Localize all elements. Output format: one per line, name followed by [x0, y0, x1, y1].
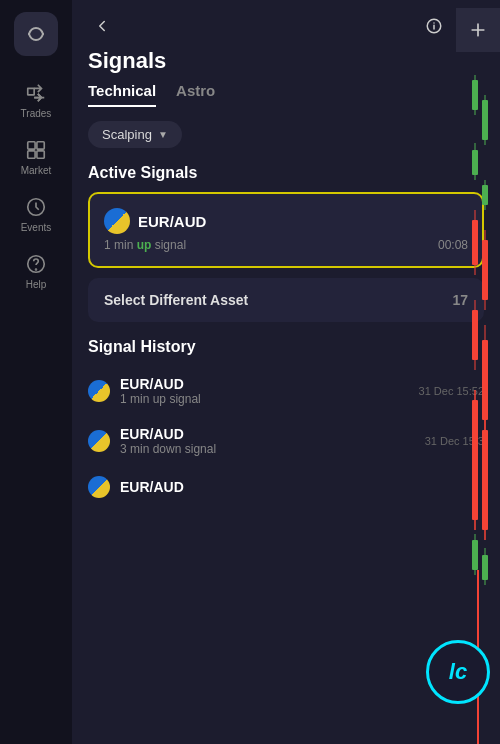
sidebar-logo[interactable] [14, 12, 58, 56]
market-icon [25, 139, 47, 161]
history-pair-2: EUR/AUD [120, 426, 415, 442]
sidebar: Trades Market Events [0, 0, 72, 744]
sidebar-market-label: Market [21, 165, 52, 176]
help-icon [25, 253, 47, 275]
asset-select-card[interactable]: Select Different Asset 17 [88, 278, 484, 322]
events-icon [25, 196, 47, 218]
active-timer: 00:08 [438, 238, 468, 252]
sidebar-events-label: Events [21, 222, 52, 233]
sidebar-help-label: Help [26, 279, 47, 290]
sidebar-trades-label: Trades [21, 108, 52, 119]
page-title: Signals [72, 48, 500, 82]
trades-icon [25, 82, 47, 104]
h1-timeframe: 1 min [120, 392, 149, 406]
asset-select-label: Select Different Asset [104, 292, 248, 308]
svg-rect-1 [37, 142, 44, 149]
h2-suffix: signal [185, 442, 216, 456]
tab-technical[interactable]: Technical [88, 82, 156, 107]
history-desc-1: 1 min up signal [120, 392, 409, 406]
h2-direction: down [153, 442, 182, 456]
logo-text: lc [449, 659, 467, 685]
history-item-1[interactable]: EUR/AUD 1 min up signal 31 Dec 15:52 [72, 366, 500, 416]
h1-direction: up [153, 392, 166, 406]
history-item-info-3: EUR/AUD [120, 479, 484, 495]
active-timeframe: 1 min [104, 238, 133, 252]
active-direction: up [137, 238, 152, 252]
active-signal-desc: 1 min up signal [104, 238, 186, 252]
h1-suffix: signal [169, 392, 200, 406]
scalping-label: Scalping [102, 127, 152, 142]
info-button[interactable] [420, 12, 448, 40]
main-panel: Signals Technical Astro Scalping ▼ Activ… [72, 0, 500, 744]
info-icon [425, 17, 443, 35]
svg-rect-3 [37, 151, 44, 158]
logo-icon [24, 22, 48, 46]
eur-aud-flag-h1 [88, 380, 110, 402]
history-item-2[interactable]: EUR/AUD 3 min down signal 31 Dec 15:3 [72, 416, 500, 466]
signal-history-title: Signal History [72, 338, 500, 356]
svg-rect-30 [482, 555, 488, 580]
svg-rect-28 [472, 540, 478, 570]
history-desc-2: 3 min down signal [120, 442, 415, 456]
history-time-2: 31 Dec 15:3 [425, 435, 484, 447]
history-item-info-1: EUR/AUD 1 min up signal [120, 376, 409, 406]
eur-aud-flag-active [104, 208, 130, 234]
logo-watermark: lc [426, 640, 490, 704]
history-pair-3: EUR/AUD [120, 479, 484, 495]
history-item-3[interactable]: EUR/AUD [72, 466, 500, 508]
svg-point-6 [36, 269, 37, 270]
back-button[interactable] [88, 12, 116, 40]
history-pair-1: EUR/AUD [120, 376, 409, 392]
active-signals-title: Active Signals [72, 164, 500, 182]
sidebar-item-help[interactable]: Help [0, 243, 72, 300]
history-item-info-2: EUR/AUD 3 min down signal [120, 426, 415, 456]
signal-pair-row: EUR/AUD [104, 208, 468, 234]
svg-rect-0 [28, 142, 35, 149]
history-time-1: 31 Dec 15:52 [419, 385, 484, 397]
add-button[interactable] [456, 8, 500, 52]
filter-row: Scalping ▼ [72, 121, 500, 148]
back-icon [93, 17, 111, 35]
active-signal-pair: EUR/AUD [138, 213, 206, 230]
tab-astro[interactable]: Astro [176, 82, 215, 107]
chevron-down-icon: ▼ [158, 129, 168, 140]
signal-desc-row: 1 min up signal 00:08 [104, 238, 468, 252]
active-signal-card[interactable]: EUR/AUD 1 min up signal 00:08 [88, 192, 484, 268]
scalping-dropdown[interactable]: Scalping ▼ [88, 121, 182, 148]
sidebar-item-trades[interactable]: Trades [0, 72, 72, 129]
tabs-row: Technical Astro [72, 82, 500, 107]
plus-icon [468, 20, 488, 40]
asset-count: 17 [452, 292, 468, 308]
eur-aud-flag-h2 [88, 430, 110, 452]
sidebar-item-market[interactable]: Market [0, 129, 72, 186]
svg-rect-2 [28, 151, 35, 158]
active-suffix: signal [155, 238, 186, 252]
h2-timeframe: 3 min [120, 442, 149, 456]
eur-aud-flag-h3 [88, 476, 110, 498]
header [72, 0, 500, 48]
sidebar-item-events[interactable]: Events [0, 186, 72, 243]
